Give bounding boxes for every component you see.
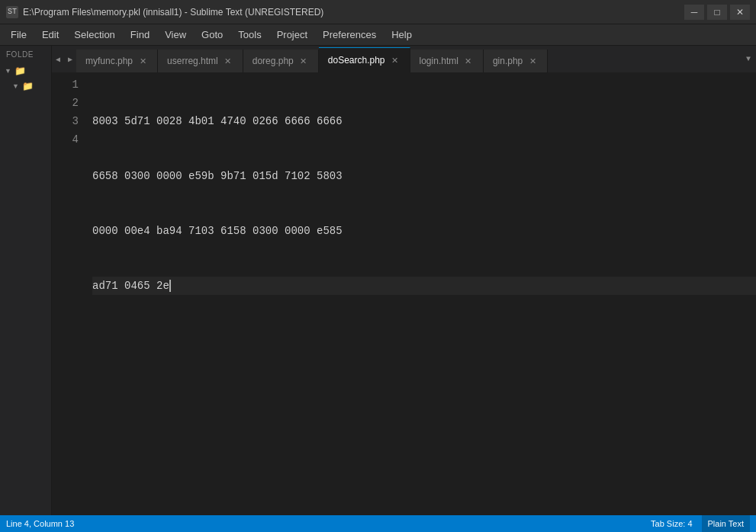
tab-dosearch-label: doSearch.php	[328, 55, 385, 66]
code-line-2: 6658 0300 0000 e59b 9b71 015d 7102 5803	[92, 167, 756, 185]
status-right: Tab Size: 4 Plain Text	[651, 515, 750, 532]
editor-area: ◀ ▶ myfunc.php ✕ userreg.html ✕ doreg.ph…	[52, 46, 756, 515]
title-bar-controls: ─ □ ✕	[684, 5, 750, 20]
tree-arrow-icon: ▼	[5, 67, 11, 75]
tree-folder-icon: 📁	[14, 66, 26, 76]
tab-gin-close[interactable]: ✕	[527, 56, 538, 66]
tab-login-close[interactable]: ✕	[463, 56, 474, 66]
tab-size-label[interactable]: Tab Size: 4	[651, 519, 692, 528]
code-line-1: 8003 5d71 0028 4b01 4740 0266 6666 6666	[92, 112, 756, 130]
sidebar: FOLDE ▼ 📁 ▼ 📁	[0, 46, 52, 515]
tab-userreg[interactable]: userreg.html ✕	[158, 50, 243, 72]
sidebar-tree: ▼ 📁 ▼ 📁	[0, 63, 51, 515]
close-button[interactable]: ✕	[730, 5, 750, 20]
cursor-position[interactable]: Line 4, Column 13	[6, 519, 74, 528]
tab-bar: ◀ ▶ myfunc.php ✕ userreg.html ✕ doreg.ph…	[52, 46, 756, 72]
title-text: E:\Program Files\memory.pkl (innisall1) …	[23, 7, 323, 18]
code-content[interactable]: 8003 5d71 0028 4b01 4740 0266 6666 6666 …	[86, 72, 756, 515]
tab-userreg-label: userreg.html	[167, 56, 218, 66]
text-cursor	[169, 280, 171, 292]
tab-dosearch-close[interactable]: ✕	[390, 55, 401, 66]
menu-bar: File Edit Selection Find View Goto Tools…	[0, 24, 756, 46]
maximize-button[interactable]: □	[707, 5, 727, 20]
tab-myfunc-close[interactable]: ✕	[137, 56, 148, 66]
tab-login[interactable]: login.html ✕	[410, 50, 484, 72]
tab-nav-right-button[interactable]: ▶	[64, 46, 76, 72]
status-bar: Line 4, Column 13 Tab Size: 4 Plain Text	[0, 515, 756, 532]
tree-arrow-icon-2: ▼	[12, 82, 19, 90]
tab-doreg[interactable]: doreg.php ✕	[243, 50, 319, 72]
sidebar-header: FOLDE	[0, 46, 51, 63]
code-line-3: 0000 00e4 ba94 7103 6158 0300 0000 e585	[92, 222, 756, 240]
menu-help[interactable]: Help	[384, 26, 420, 43]
tree-item-1[interactable]: ▼ 📁	[0, 63, 51, 79]
tab-doreg-close[interactable]: ✕	[298, 56, 309, 66]
menu-project[interactable]: Project	[269, 26, 315, 43]
menu-view[interactable]: View	[157, 26, 194, 43]
tab-dropdown-button[interactable]: ▼	[741, 46, 756, 72]
syntax-label[interactable]: Plain Text	[702, 515, 751, 532]
tab-doreg-label: doreg.php	[253, 56, 294, 66]
title-bar: ST E:\Program Files\memory.pkl (innisall…	[0, 0, 756, 24]
menu-preferences[interactable]: Preferences	[315, 26, 384, 43]
line-number-3: 3	[52, 112, 79, 130]
title-bar-left: ST E:\Program Files\memory.pkl (innisall…	[6, 6, 323, 18]
line-number-4: 4	[52, 130, 79, 149]
menu-goto[interactable]: Goto	[194, 26, 230, 43]
menu-selection[interactable]: Selection	[66, 26, 122, 43]
code-line-4: ad71 0465 2e	[92, 277, 756, 295]
menu-file[interactable]: File	[3, 26, 34, 43]
line-number-1: 1	[52, 75, 79, 94]
tab-dosearch[interactable]: doSearch.php ✕	[319, 47, 410, 72]
tree-folder-icon-2: 📁	[22, 81, 34, 91]
tab-gin-label: gin.php	[493, 56, 523, 66]
app-icon: ST	[6, 6, 18, 18]
tab-login-label: login.html	[420, 56, 458, 66]
tab-userreg-close[interactable]: ✕	[223, 56, 233, 66]
tab-gin[interactable]: gin.php ✕	[484, 50, 548, 72]
menu-tools[interactable]: Tools	[230, 26, 269, 43]
tab-myfunc-label: myfunc.php	[85, 56, 133, 66]
menu-find[interactable]: Find	[123, 26, 157, 43]
menu-edit[interactable]: Edit	[34, 26, 66, 43]
tab-myfunc[interactable]: myfunc.php ✕	[76, 50, 158, 72]
line-numbers: 1 2 3 4	[52, 72, 86, 515]
tree-item-2[interactable]: ▼ 📁	[0, 79, 51, 94]
minimize-button[interactable]: ─	[684, 5, 704, 20]
status-left: Line 4, Column 13	[6, 519, 74, 528]
tabs-container: myfunc.php ✕ userreg.html ✕ doreg.php ✕ …	[76, 47, 741, 72]
line-number-2: 2	[52, 94, 79, 112]
main-container: FOLDE ▼ 📁 ▼ 📁 ◀ ▶ myfunc.php ✕ u	[0, 46, 756, 515]
code-editor[interactable]: 1 2 3 4 8003 5d71 0028 4b01 4740 0266 66…	[52, 72, 756, 515]
tab-nav-left-button[interactable]: ◀	[52, 46, 64, 72]
